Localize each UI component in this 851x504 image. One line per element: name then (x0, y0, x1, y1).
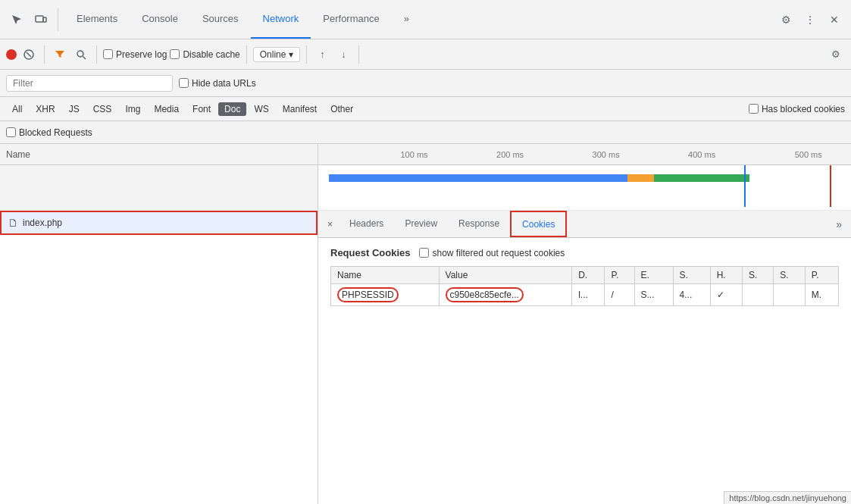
file-row-index-php[interactable]: 🗋 index.php (0, 211, 318, 235)
cookie-p-phpsessid: / (605, 284, 634, 306)
tab-elements[interactable]: Elements (64, 0, 130, 39)
preserve-log-label[interactable]: Preserve log (103, 49, 167, 60)
cookie-s3-phpsessid (774, 284, 805, 306)
panel-tabs: × Headers Preview Response Cookies » (318, 211, 851, 238)
timeline-name-col: Name (0, 144, 318, 164)
type-filter-other[interactable]: Other (324, 102, 359, 116)
chevron-down-icon: ▾ (289, 49, 293, 60)
tab-network[interactable]: Network (251, 0, 311, 39)
request-cookies-header: Request Cookies show filtered out reques… (330, 247, 839, 258)
cookie-d-phpsessid: l... (572, 284, 605, 306)
export-icon[interactable]: ↓ (334, 45, 352, 64)
cookie-h-phpsessid: ✓ (710, 284, 742, 306)
search-icon[interactable] (72, 45, 90, 64)
svg-point-4 (77, 51, 83, 57)
cookie-panel: Request Cookies show filtered out reques… (318, 238, 851, 504)
type-filter-img[interactable]: Img (119, 102, 146, 116)
type-filter-doc[interactable]: Doc (218, 102, 246, 116)
panel-tab-more[interactable]: » (830, 218, 848, 230)
file-name: index.php (23, 218, 62, 228)
more-options-icon[interactable]: ⋮ (799, 9, 821, 30)
panel-tab-preview[interactable]: Preview (394, 211, 448, 237)
hide-data-urls-checkbox[interactable] (179, 78, 189, 88)
clear-button[interactable] (20, 45, 38, 64)
col-h: H. (710, 267, 742, 284)
filter-input[interactable] (6, 75, 173, 92)
tab-more[interactable]: » (392, 0, 421, 39)
tab-console[interactable]: Console (130, 0, 190, 39)
col-s2: S. (742, 267, 773, 284)
phpsessid-highlight: PHPSESSID (337, 287, 399, 302)
disable-cache-label[interactable]: Disable cache (170, 49, 239, 60)
type-filter-js[interactable]: JS (63, 102, 86, 116)
timeline-header: Name 100 ms 200 ms 300 ms 400 ms 500 ms (0, 144, 851, 165)
type-filter-media[interactable]: Media (148, 102, 185, 116)
col-e: E. (634, 267, 673, 284)
throttle-selector[interactable]: Online ▾ (253, 47, 301, 62)
cookie-name-phpsessid: PHPSESSID (331, 284, 440, 306)
responsive-icon[interactable] (30, 9, 52, 30)
blocked-requests-checkbox[interactable] (6, 127, 16, 137)
phpsessid-value-highlight: c950e8c85ecfe... (446, 287, 524, 302)
type-filter-css[interactable]: CSS (87, 102, 118, 116)
type-bar-right: Has blocked cookies (749, 104, 845, 114)
divider-1 (58, 8, 58, 31)
top-toolbar: Elements Console Sources Network Perform… (0, 0, 851, 39)
cookie-table-header-row: Name Value D. P. E. S. H. S. S. P. (331, 267, 839, 284)
waterfall-row (0, 165, 851, 211)
cookie-value-phpsessid: c950e8c85ecfe... (439, 284, 572, 306)
col-p: P. (605, 267, 634, 284)
close-icon[interactable]: ✕ (824, 9, 845, 30)
svg-rect-1 (43, 17, 46, 22)
timeline-ms-labels: 100 ms 200 ms 300 ms 400 ms 500 ms (318, 144, 851, 164)
tab-performance[interactable]: Performance (311, 0, 391, 39)
filter-icon[interactable] (51, 45, 69, 64)
right-panel: × Headers Preview Response Cookies » Req… (318, 211, 851, 504)
col-s: S. (673, 267, 710, 284)
type-filter-ws[interactable]: WS (248, 102, 274, 116)
panel-close-icon[interactable]: × (321, 211, 339, 237)
toolbar-right: ⚙ ⋮ ✕ (775, 9, 845, 30)
settings-icon[interactable]: ⚙ (775, 9, 796, 30)
type-filter-manifest[interactable]: Manifest (277, 102, 323, 116)
filter-bar: Hide data URLs (0, 70, 851, 97)
panel-tab-response[interactable]: Response (448, 211, 510, 237)
col-d: D. (572, 267, 605, 284)
file-icon: 🗋 (8, 217, 18, 229)
has-blocked-cookies-checkbox[interactable] (749, 104, 759, 114)
svg-line-5 (83, 56, 86, 59)
left-panel: 🗋 index.php (0, 211, 318, 504)
network-toolbar: Preserve log Disable cache Online ▾ ↑ ↓ … (0, 39, 851, 70)
has-blocked-cookies-label[interactable]: Has blocked cookies (749, 104, 845, 114)
net-divider-1 (44, 45, 45, 64)
show-filtered-text: show filtered out request cookies (432, 248, 565, 258)
disable-cache-checkbox[interactable] (170, 49, 180, 59)
cursor-icon[interactable] (6, 9, 27, 30)
show-filtered-checkbox[interactable] (419, 248, 429, 258)
waterfall-name-col (0, 165, 318, 210)
blocked-requests-label[interactable]: Blocked Requests (6, 127, 92, 138)
cookie-s2-phpsessid (742, 284, 773, 306)
tab-sources[interactable]: Sources (190, 0, 251, 39)
net-divider-3 (246, 45, 247, 64)
waterfall-vline-red (830, 165, 831, 207)
import-icon[interactable]: ↑ (313, 45, 331, 64)
type-filter-all[interactable]: All (6, 102, 28, 116)
svg-line-3 (27, 52, 31, 57)
cookie-row-phpsessid[interactable]: PHPSESSID c950e8c85ecfe... l... / S... 4… (331, 284, 839, 306)
hide-data-urls-label[interactable]: Hide data URLs (179, 78, 256, 89)
waterfall-bar-green (654, 174, 750, 182)
type-filter-xhr[interactable]: XHR (30, 102, 61, 116)
type-filter-font[interactable]: Font (186, 102, 217, 116)
ms-label-400: 400 ms (688, 150, 715, 159)
network-settings-icon[interactable]: ⚙ (827, 45, 845, 64)
panel-tab-cookies[interactable]: Cookies (510, 211, 567, 237)
show-filtered-label[interactable]: show filtered out request cookies (419, 248, 565, 258)
main-area: 🗋 index.php × Headers Preview Response C… (0, 211, 851, 504)
col-name: Name (331, 267, 440, 284)
blocked-requests-bar: Blocked Requests (0, 121, 851, 144)
preserve-log-checkbox[interactable] (103, 49, 113, 59)
panel-tab-headers[interactable]: Headers (339, 211, 394, 237)
waterfall-chart (318, 165, 851, 210)
record-button[interactable] (6, 49, 17, 60)
